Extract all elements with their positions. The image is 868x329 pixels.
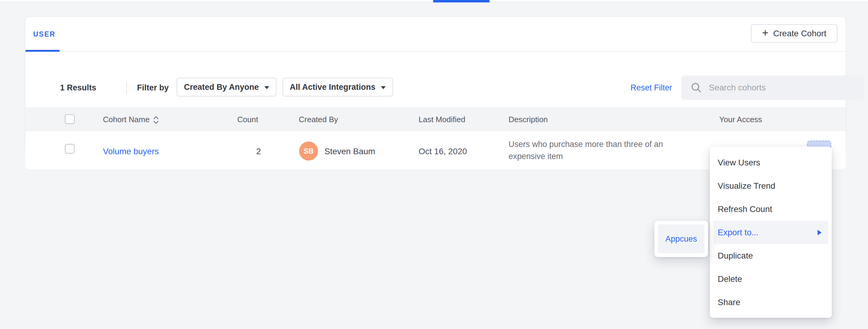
avatar: SB <box>299 141 318 161</box>
active-tab-indicator[interactable] <box>433 0 490 2</box>
cohorts-panel: USER + Create Cohort 1 Results Filter by… <box>25 17 846 153</box>
panel-header: USER + Create Cohort <box>25 17 846 52</box>
column-header-count: Count <box>237 115 258 124</box>
row-checkbox[interactable] <box>65 144 74 154</box>
integrations-filter-dropdown[interactable]: All Active Integrations <box>282 78 393 97</box>
last-modified-date: Oct 16, 2020 <box>418 147 467 156</box>
submenu-item-appcues[interactable]: Appcues <box>658 224 705 253</box>
menu-item-share[interactable]: Share <box>710 291 832 314</box>
column-header-your-access: Your Access <box>719 115 762 124</box>
menu-item-export-to[interactable]: Export to... <box>713 221 828 244</box>
chevron-down-icon <box>265 86 269 89</box>
column-header-description: Description <box>508 115 548 124</box>
cohort-description: Users who purchase more than three of an… <box>508 138 678 162</box>
menu-item-export-to-label: Export to... <box>718 228 758 237</box>
menu-item-duplicate[interactable]: Duplicate <box>710 244 832 267</box>
search-icon <box>690 82 702 94</box>
creator-name: Steven Baum <box>324 147 375 156</box>
export-submenu: Appcues <box>654 221 708 257</box>
cohorts-screen: USER + Create Cohort 1 Results Filter by… <box>0 0 868 329</box>
menu-item-visualize-trend[interactable]: Visualize Trend <box>710 174 832 197</box>
table-header: Cohort Name Count Created By Last Modifi… <box>25 107 846 131</box>
top-bar <box>0 0 868 2</box>
chevron-down-icon <box>381 86 386 89</box>
created-by-filter-dropdown[interactable]: Created By Anyone <box>177 78 276 97</box>
row-actions-menu: View Users Visualize Trend Refresh Count… <box>710 147 832 318</box>
filter-toolbar: 1 Results Filter by Created By Anyone Al… <box>25 52 846 107</box>
create-cohort-button[interactable]: + Create Cohort <box>751 24 838 43</box>
menu-item-refresh-count[interactable]: Refresh Count <box>710 197 832 221</box>
search-cohorts-box[interactable] <box>681 76 864 100</box>
toolbar-divider <box>126 81 127 94</box>
column-header-last-modified: Last Modified <box>418 115 465 124</box>
column-header-created-by: Created By <box>299 115 338 124</box>
column-header-cohort-name[interactable]: Cohort Name <box>103 115 159 124</box>
tab-user-label: USER <box>33 30 56 38</box>
search-cohorts-input[interactable] <box>709 83 854 92</box>
select-all-checkbox[interactable] <box>65 114 74 124</box>
tab-user-underline <box>25 50 60 52</box>
filter-by-label: Filter by <box>137 83 169 92</box>
integrations-filter-label: All Active Integrations <box>290 83 375 92</box>
created-by-filter-label: Created By Anyone <box>184 83 259 92</box>
menu-item-delete[interactable]: Delete <box>710 267 832 291</box>
cohort-name-link[interactable]: Volume buyers <box>103 147 159 156</box>
sort-icon[interactable] <box>153 116 159 124</box>
results-count: 1 Results <box>60 83 96 92</box>
plus-icon: + <box>762 28 768 38</box>
create-cohort-label: Create Cohort <box>773 29 826 38</box>
reset-filter-link[interactable]: Reset Filter <box>630 83 672 92</box>
menu-item-view-users[interactable]: View Users <box>710 151 832 174</box>
submenu-arrow-icon <box>817 230 822 235</box>
cohort-count: 2 <box>256 147 261 156</box>
